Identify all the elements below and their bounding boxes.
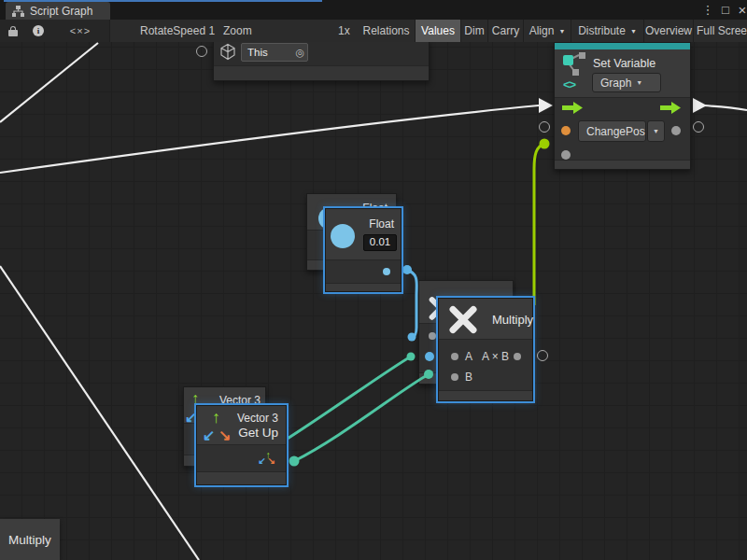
up-arrow-icon: ↑ [191, 391, 199, 406]
variable-scope-dropdown[interactable]: Graph ▼ [592, 73, 661, 92]
multiply-icon [447, 303, 479, 335]
align-label: Align [529, 24, 555, 37]
flow-input-arrow[interactable] [562, 101, 584, 115]
close-icon[interactable]: × [734, 0, 747, 20]
zoom-label: Zoom [223, 24, 252, 37]
vector3-get-up-node[interactable]: ↑ ↙ ↘ Vector 3 Get Up ↑ ↙ ↘ [196, 405, 287, 485]
variable-name-dropdown[interactable]: ChangePos [578, 120, 646, 142]
chevron-down-icon: ▼ [630, 28, 637, 35]
chevron-down-icon: ▼ [558, 28, 565, 35]
set-variable-icon [561, 51, 589, 76]
tab-title: Script Graph [30, 5, 92, 18]
node-tooltip: Multiply [0, 519, 60, 560]
this-field[interactable]: This ◎ [241, 43, 308, 62]
this-node[interactable]: This ◎ [213, 42, 430, 81]
carry-label: Carry [492, 24, 519, 37]
values-label: Values [421, 24, 455, 37]
down-left-arrow-icon: ↙ [185, 410, 197, 424]
variable-name: ChangePos [586, 125, 645, 138]
port-a-connected[interactable] [425, 352, 434, 361]
inspect-button[interactable]: i [25, 20, 52, 42]
flow-arrow-in [539, 98, 553, 113]
node-title: Set Variable [593, 57, 655, 70]
object-picker-icon[interactable]: ◎ [295, 44, 304, 61]
relations-label: Relations [362, 24, 409, 37]
lock-button[interactable] [0, 20, 26, 42]
node-subtitle: Vector 3 [237, 412, 278, 425]
menu-icon[interactable]: ⋮ [699, 0, 716, 20]
fullscreen-button[interactable]: Full Screen [694, 20, 747, 42]
distribute-button[interactable]: Distribute ▼ [571, 20, 644, 42]
this-field-value: This [247, 47, 268, 58]
port-label-b: B [465, 371, 472, 384]
tab-script-graph[interactable]: Script Graph [6, 2, 110, 20]
flow-arrow-out [693, 98, 707, 113]
scope-value: Graph [600, 77, 631, 90]
multiply-node[interactable]: Multiply A A × B B [438, 298, 533, 401]
carry-button[interactable]: Carry [488, 20, 524, 42]
port-a[interactable] [429, 332, 436, 340]
vector3-output-icon: ↙ [259, 456, 266, 466]
dim-button[interactable]: Dim [461, 20, 488, 42]
lock-icon [8, 26, 18, 35]
chevron-down-icon: ▼ [653, 128, 659, 134]
distribute-label: Distribute [578, 24, 626, 37]
down-right-arrow-icon: ↘ [218, 428, 231, 443]
tooltip-label: Multiply [8, 533, 51, 547]
unconnected-port-indicator[interactable] [539, 121, 550, 133]
down-left-arrow-icon: ↙ [203, 428, 215, 443]
up-arrow-icon: ↑ [212, 409, 220, 426]
port-label-out: A × B [482, 350, 509, 363]
node-title: Multiply [492, 313, 533, 327]
variable-name-caret[interactable]: ▼ [647, 120, 665, 142]
set-variable-node[interactable]: <> Set Variable Graph ▼ ChangePos [554, 42, 691, 170]
output-port[interactable] [514, 353, 521, 360]
align-button[interactable]: Align ▼ [524, 20, 571, 42]
overview-label: Overview [645, 24, 692, 37]
graph-toolbar: i <×> RotateSpeed 1 Zoom 1x Relations Va… [0, 20, 747, 43]
value-output-port[interactable] [671, 126, 681, 135]
fallback-input-port[interactable] [561, 150, 571, 160]
float-icon [331, 224, 355, 248]
port-label-a: A [465, 350, 472, 363]
values-button[interactable]: Values [416, 20, 461, 42]
flow-output-arrow[interactable] [660, 101, 682, 115]
float-value-field[interactable]: 0.01 [363, 234, 397, 251]
float-output-port[interactable] [383, 268, 390, 275]
zoom-value: 1x [338, 24, 350, 37]
gameobject-cube-icon [219, 43, 236, 61]
fullscreen-label: Full Screen [697, 24, 747, 37]
breadcrumb[interactable]: RotateSpeed 1 [140, 24, 215, 37]
edit-script-button[interactable]: <×> [51, 20, 110, 42]
script-graph-window: Script Graph ⋮ □ × i <×> RotateSpeed 1 Z… [0, 0, 747, 560]
this-output-port[interactable] [196, 46, 207, 57]
node-title: Get Up [238, 426, 278, 440]
node-title: Float [369, 217, 394, 231]
unconnected-port-indicator[interactable] [693, 121, 704, 133]
input-port-a[interactable] [451, 353, 458, 360]
overview-button[interactable]: Overview [644, 20, 694, 42]
input-port-b[interactable] [451, 373, 458, 381]
value-input-port[interactable] [561, 126, 571, 135]
tab-bar: Script Graph ⋮ □ × [0, 0, 747, 20]
vector3-output-icon: ↘ [268, 456, 275, 466]
dim-label: Dim [464, 24, 484, 37]
graph-icon [12, 6, 24, 17]
info-icon: i [33, 25, 44, 36]
maximize-icon[interactable]: □ [717, 0, 734, 20]
float-node[interactable]: Float 0.01 [325, 208, 402, 292]
chevron-down-icon: ▼ [636, 79, 642, 86]
graph-canvas[interactable]: Float ↑ ↙ Vector 3 [0, 42, 747, 560]
unconnected-port-indicator[interactable] [537, 350, 548, 361]
angle-brackets-icon: <> [563, 77, 575, 91]
code-icon: <×> [70, 25, 91, 36]
variable-header-bar [555, 43, 690, 49]
relations-button[interactable]: Relations [358, 20, 416, 42]
